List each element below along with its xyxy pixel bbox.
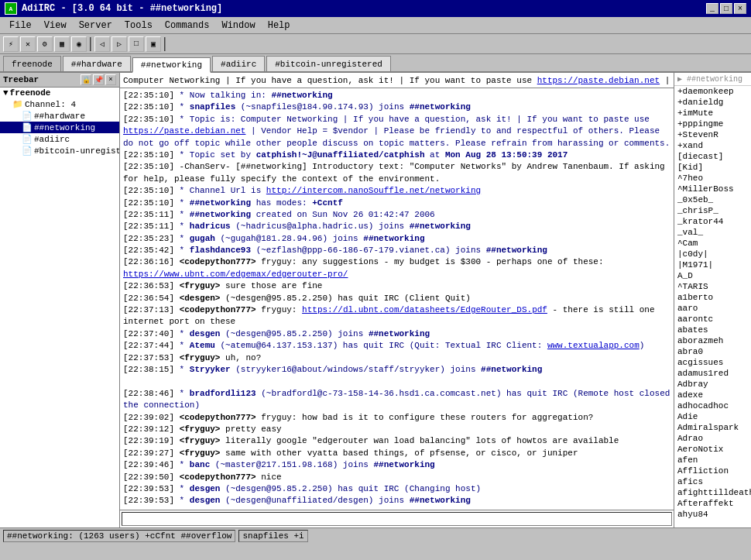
nicklist-item[interactable]: adexe [674,390,751,400]
tabs-bar: freenode ##hardware ##networking #adiirc… [0,54,751,73]
nicklist-item[interactable]: ^Cam [674,238,751,249]
menu-server[interactable]: Server [73,19,118,33]
paste-link[interactable]: htt [123,126,139,136]
toolbar-btn-2[interactable]: ✕ [20,36,36,52]
nicklist-item[interactable]: afen [674,455,751,466]
nicklist-item[interactable]: a1berto [674,292,751,303]
nicklist-item[interactable]: adhocadhoc [674,400,751,411]
menu-view[interactable]: View [38,19,73,33]
nicklist-item[interactable]: [diecast] [674,151,751,162]
message-row: [22:37:53] <fryguy> uh, no? [123,352,670,364]
title-text: AdiIRC - [3.0 64 bit - ##networking] [22,3,222,14]
nicklist-item[interactable]: afics [674,476,751,487]
tab-adiirc[interactable]: #adiirc [212,56,265,71]
nicklist-item[interactable]: +danieldg [674,97,751,108]
message-row: [22:39:53] * desgen (~desgen@unaffiliate… [123,495,670,507]
nicklist-item[interactable]: Admiralspark [674,422,751,433]
topic-text: Computer Networking | If you have a ques… [123,76,674,85]
menu-bar: File View Server Tools Commands Window H… [0,17,751,34]
chat-input-field[interactable] [122,512,672,526]
nicklist-item[interactable]: ahyu84 [674,509,751,520]
nicklist-item[interactable]: AeroNotix [674,444,751,455]
nicklist-item[interactable]: |M1971| [674,259,751,270]
nicklist-item[interactable]: _0x5eb_ [674,194,751,205]
nicklist-item[interactable]: aborazmeh [674,335,751,346]
toolbar-sep-2 [164,37,166,51]
toolbar-btn-6[interactable]: ◁ [94,36,110,52]
nicklist-item[interactable]: ^7heo [674,173,751,184]
toolbar-btn-5[interactable]: ◉ [71,36,87,52]
nicklist-item[interactable]: adamus1red [674,368,751,379]
message-row: [22:37:44] * Atemu (~atemu@64.137.153.13… [123,340,670,352]
nicklist-item[interactable]: _krator44 [674,216,751,227]
nicklist-item[interactable]: aarontc [674,314,751,325]
nicklist-item[interactable]: Adie [674,411,751,422]
nicklist-item[interactable]: ^MillerBoss [674,184,751,194]
ubnt-link[interactable]: https://www.ubnt.com/edgemax/edgerouter-… [123,270,348,279]
ds-link[interactable]: https://dl.ubnt.com/datasheets/EdgeRoute… [302,305,547,314]
tree-channel-count: Channel: 4 [25,100,76,109]
nicklist-item[interactable]: A_D [674,270,751,281]
menu-window[interactable]: Window [215,19,261,33]
toolbar-btn-7[interactable]: ▷ [111,36,127,52]
nicklist-item[interactable]: +StevenR [674,129,751,140]
menu-tools[interactable]: Tools [118,19,159,33]
nicklist-item[interactable]: Adrao [674,433,751,444]
channel-url-link[interactable]: http://intercom.nanoSouffle.net/networki… [266,186,481,195]
tree-channel-group[interactable]: 📁 Channel: 4 [0,98,119,110]
tab-bitcoin[interactable]: #bitcoin-unregistered [266,56,391,71]
tree-item-adiirc[interactable]: 📄 #adiirc [0,133,119,145]
toolbar-btn-9[interactable]: ▣ [146,36,161,52]
tree-item-bitcoin[interactable]: 📄 #bitcoin-unregist... [0,145,119,156]
topic-link[interactable]: https://paste.debian.net [537,76,660,85]
tab-freenode[interactable]: freenode [3,56,61,71]
nicklist-item[interactable]: _chrisP_ [674,205,751,216]
nicklist-item[interactable]: +daemonkeep [674,86,751,97]
toolbar-btn-4[interactable]: ▦ [54,36,70,52]
treebar-close[interactable]: × [105,74,116,85]
nicklist-item[interactable]: ^TARIS [674,281,751,292]
treebar-controls: 🔒 📌 × [81,74,116,85]
tree-server-freenode[interactable]: ▼ freenode [0,88,119,98]
nicklist-item[interactable]: |c0dy| [674,249,751,259]
maximize-button[interactable]: □ [720,3,732,14]
nicklist-item[interactable]: Adbray [674,379,751,390]
nicklist-item[interactable]: Affliction [674,466,751,476]
menu-file[interactable]: File [3,19,38,33]
nicklist-item[interactable]: afighttilldeath| [674,487,751,498]
menu-help[interactable]: Help [262,19,297,33]
close-button[interactable]: × [734,3,746,14]
message-row: [22:35:11] * ##networking created on Sun… [123,209,670,221]
nicklist-item[interactable]: [Kid] [674,162,751,173]
message-row: [22:35:11] * hadricus (~hadricus@alpha.h… [123,221,670,232]
tree-channel-label-3: #adiirc [34,135,70,144]
tab-hardware[interactable]: ##hardware [63,56,131,71]
nicklist-item[interactable]: abra0 [674,346,751,357]
nicklist-item[interactable]: aaro [674,303,751,314]
app-icon: A [5,2,17,15]
nicklist-item[interactable]: +imMute [674,108,751,119]
paste-link2[interactable]: ps://paste.debian.net [139,126,246,136]
textual-link[interactable]: www.textualapp.com [547,341,640,350]
tree-channel-label-2: ##networking [34,123,95,132]
tab-networking[interactable]: ##networking [132,57,211,73]
nicklist-item[interactable]: +xand [674,140,751,151]
tree-item-hardware[interactable]: 📄 ##hardware [0,110,119,122]
treebar-pin[interactable]: 📌 [93,74,104,85]
toolbar-btn-8[interactable]: □ [129,36,144,52]
tree-item-networking[interactable]: 📄 ##networking [0,122,119,133]
treebar: Treebar 🔒 📌 × ▼ freenode 📁 Channel: 4 📄 … [0,73,120,527]
nicklist-item[interactable]: Afteraffekt [674,498,751,509]
message-row: [22:39:53] * desgen (~desgen@95.85.2.250… [123,483,670,495]
chat-messages[interactable]: [22:35:10] * Now talking in: ##networkin… [120,88,674,510]
menu-commands[interactable]: Commands [159,19,216,33]
minimize-button[interactable]: _ [706,3,718,14]
nicklist-item[interactable]: acgissues [674,357,751,368]
toolbar-btn-1[interactable]: ⚡ [3,36,19,52]
nicklist-item[interactable]: +pppingme [674,119,751,129]
nicklist-item[interactable]: abates [674,325,751,335]
nicklist-item[interactable]: _val_ [674,227,751,238]
message-row: [22:35:10] * Topic set by catphish!~J@un… [123,149,670,161]
treebar-lock[interactable]: 🔒 [81,74,91,85]
toolbar-btn-3[interactable]: ⚙ [37,36,53,52]
